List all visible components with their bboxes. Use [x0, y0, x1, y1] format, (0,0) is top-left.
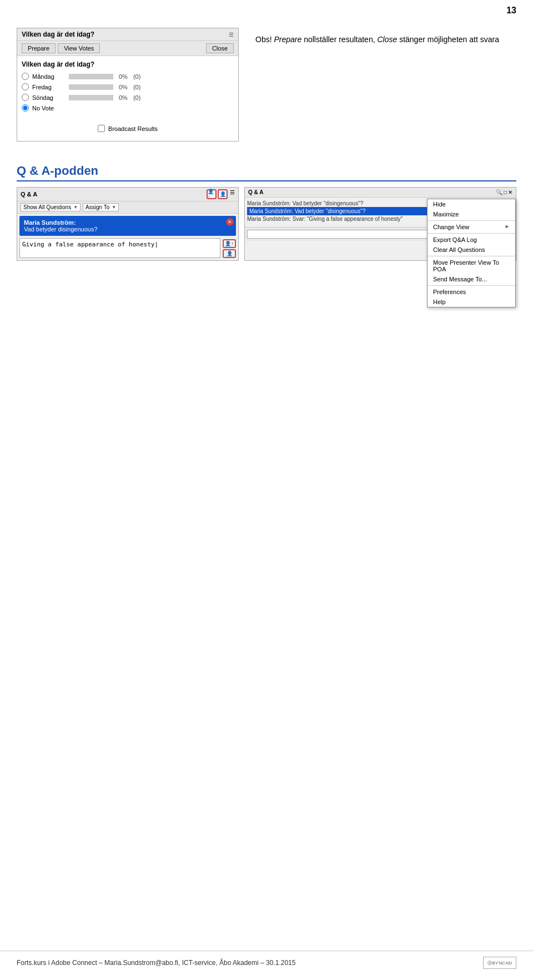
menu-export-qna[interactable]: Export Q&A Log: [428, 235, 515, 245]
poll-widget-title: Vilken dag är det idag?: [22, 31, 94, 38]
qa-person-icon[interactable]: 👤: [218, 189, 228, 199]
menu-sep-4: [428, 285, 515, 286]
qa-question-text: Vad betyder disingenuous?: [24, 226, 232, 233]
qa-left-header: Q & A 👤↑ 👤 ☰: [17, 188, 238, 201]
menu-sep-3: [428, 256, 515, 256]
bottom-section: Q & A 👤↑ 👤 ☰ Show All Questions ▼ Assign…: [17, 187, 516, 261]
poll-count-2: (0): [133, 84, 140, 90]
qa-right-icons: 🔍 □ ✕: [496, 189, 512, 195]
poll-count-3: (0): [133, 94, 140, 101]
poll-menu-icon[interactable]: ☰: [229, 32, 234, 38]
poll-novote-label: No Vote: [32, 105, 54, 112]
poll-radio-novote[interactable]: [22, 104, 29, 112]
menu-clear-all[interactable]: Clear All Questions: [428, 245, 515, 255]
broadcast-checkbox[interactable]: [98, 125, 105, 132]
poll-bar-2: [69, 84, 113, 90]
poll-radio-3[interactable]: [22, 94, 29, 101]
qa-menu-icon[interactable]: ☰: [230, 189, 235, 199]
poll-widget: Vilken dag är det idag? ☰ Prepare View V…: [17, 28, 239, 142]
qa-section-title: Q & A-podden: [17, 164, 516, 181]
desc-prepare: Prepare: [274, 35, 301, 44]
nc-icon: NC: [499, 961, 505, 966]
poll-radio-1[interactable]: [22, 73, 29, 80]
prepare-button[interactable]: Prepare: [22, 43, 56, 53]
desc-close: Close: [377, 35, 397, 44]
menu-help[interactable]: Help: [428, 297, 515, 307]
view-votes-button[interactable]: View Votes: [58, 43, 100, 53]
poll-toolbar: Prepare View Votes Close: [17, 41, 238, 56]
nd-icon: ND: [506, 961, 512, 966]
poll-label-2: Fredag: [32, 84, 66, 90]
show-all-arrow: ▼: [73, 205, 78, 210]
menu-change-view-arrow: ►: [505, 224, 510, 229]
close-button[interactable]: Close: [206, 43, 234, 53]
desc-text2: nollställer resultaten,: [301, 35, 377, 44]
page-number: 13: [506, 6, 516, 16]
qa-question-item: Maria Sundström: Vad betyder disingenuou…: [19, 216, 236, 236]
poll-radio-2[interactable]: [22, 83, 29, 90]
poll-option-3: Söndag 0% (0): [22, 94, 234, 101]
assign-to-arrow: ▼: [112, 205, 116, 210]
qa-left-title: Q & A: [21, 191, 37, 198]
menu-preferences[interactable]: Preferences: [428, 287, 515, 297]
poll-option-2: Fredag 0% (0): [22, 83, 234, 90]
menu-hide[interactable]: Hide: [428, 199, 515, 209]
menu-move-presenter[interactable]: Move Presenter View To POA: [428, 257, 515, 274]
poll-percent-3: 0%: [119, 94, 128, 101]
poll-option-1: Måndag 0% (0): [22, 73, 234, 80]
qa-right-search-icon[interactable]: 🔍: [496, 189, 502, 195]
poll-count-1: (0): [133, 73, 140, 80]
context-menu: Hide Maximize Change View ► Export Q&A L…: [427, 199, 516, 307]
poll-percent-1: 0%: [119, 73, 128, 80]
menu-change-view-label: Change View: [433, 224, 469, 230]
poll-question-title: Vilken dag är det idag?: [22, 60, 234, 68]
poll-label-1: Måndag: [32, 73, 66, 80]
poll-widget-header: Vilken dag är det idag? ☰: [17, 28, 238, 41]
qa-panel-left: Q & A 👤↑ 👤 ☰ Show All Questions ▼ Assign…: [17, 187, 239, 261]
description-text: Obs! Prepare nollställer resultaten, Clo…: [255, 28, 516, 46]
broadcast-label: Broadcast Results: [108, 125, 158, 132]
top-section: Vilken dag är det idag? ☰ Prepare View V…: [17, 28, 516, 142]
cc-icon: Ⓓ: [487, 960, 492, 966]
poll-body: Vilken dag är det idag? Måndag 0% (0) Fr…: [17, 56, 238, 141]
cc-badge: Ⓓ BY NC ND: [483, 957, 516, 969]
poll-novote: No Vote: [22, 104, 234, 112]
menu-change-view[interactable]: Change View ►: [428, 222, 515, 232]
by-icon: BY: [492, 961, 499, 966]
qa-question-author: Maria Sundström:: [24, 219, 232, 226]
qa-right-close-icon[interactable]: ✕: [508, 189, 512, 195]
qa-answer-input[interactable]: Giving a false appearance of honesty|: [19, 238, 220, 258]
qa-answer-buttons: 👤↑ 👤: [223, 239, 236, 258]
poll-bar-3: [69, 95, 113, 100]
qa-right-maximize-icon[interactable]: □: [504, 189, 507, 195]
poll-percent-2: 0%: [119, 84, 128, 90]
menu-maximize[interactable]: Maximize: [428, 209, 515, 219]
qa-left-icons: 👤↑ 👤 ☰: [207, 189, 235, 199]
qa-dismiss-button[interactable]: ✕: [226, 218, 234, 226]
qa-right-title: Q & A: [248, 189, 263, 195]
poll-bar-1: [69, 74, 113, 79]
menu-sep-2: [428, 233, 515, 234]
footer: Forts.kurs i Adobe Connect – Maria.Sunds…: [0, 951, 533, 969]
qa-panel-right: Q & A 🔍 □ ✕ Maria Sundström: Vad betyder…: [244, 187, 516, 261]
assign-to-label: Assign To: [86, 204, 109, 210]
qa-answer-area: Giving a false appearance of honesty| 👤↑…: [19, 238, 236, 258]
footer-text: Forts.kurs i Adobe Connect – Maria.Sunds…: [17, 959, 295, 967]
qa-person-up-icon[interactable]: 👤↑: [207, 189, 217, 199]
desc-text3: stänger möjligheten att svara: [397, 35, 499, 44]
poll-label-3: Söndag: [32, 94, 66, 101]
assign-to-dropdown[interactable]: Assign To ▼: [83, 203, 119, 211]
qa-right-header: Q & A 🔍 □ ✕: [245, 188, 516, 198]
show-all-label: Show All Questions: [23, 204, 71, 210]
qa-send-private-button[interactable]: 👤: [223, 249, 236, 258]
footer-license: Ⓓ BY NC ND: [483, 957, 516, 969]
qa-left-toolbar: Show All Questions ▼ Assign To ▼: [17, 201, 238, 214]
menu-sep-1: [428, 220, 515, 221]
show-all-dropdown[interactable]: Show All Questions ▼: [21, 203, 81, 211]
poll-broadcast: Broadcast Results: [22, 120, 234, 137]
desc-obs: Obs!: [255, 35, 274, 44]
qa-send-answer-button[interactable]: 👤↑: [223, 239, 236, 248]
menu-send-message[interactable]: Send Message To...: [428, 274, 515, 284]
